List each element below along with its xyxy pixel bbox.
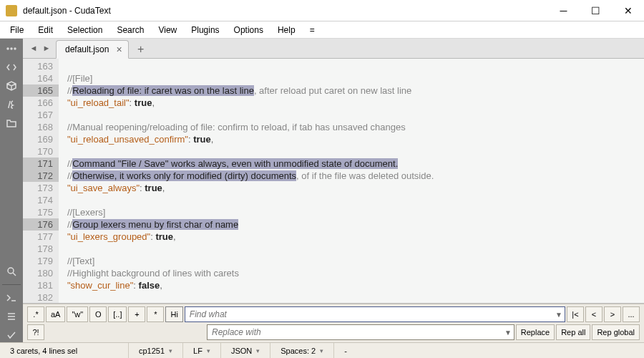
code-line: //Group lexers menu by first char of nam…	[67, 218, 644, 231]
tab-close-icon[interactable]: ×	[116, 44, 122, 55]
line-number[interactable]: 172	[23, 170, 59, 182]
app-icon	[6, 5, 17, 16]
find-opt-[interactable]: [..]	[108, 306, 127, 322]
box-icon[interactable]	[4, 79, 19, 93]
line-number[interactable]: 171	[23, 158, 59, 170]
line-number[interactable]: 178	[23, 243, 59, 255]
tab-bar: ◄ ► default.json × +	[23, 39, 644, 59]
minimize-button[interactable]: ─	[547, 0, 580, 21]
list-icon[interactable]	[4, 309, 19, 324]
svg-point-0	[7, 48, 9, 49]
find-bar: .*aA"w"O[..]+*Hi▼|<<>... ?!▼ReplaceRep a…	[23, 304, 644, 342]
code-line: //Reloading of file: if caret was on the…	[67, 84, 644, 97]
code-line: //Otherwise, it works only for modified …	[67, 170, 644, 182]
code-line: //[Lexers]	[67, 206, 644, 218]
line-number[interactable]: 182	[23, 291, 59, 304]
menu-selection[interactable]: Selection	[60, 23, 109, 37]
code-line: //Command "File / Save" works always, ev…	[67, 158, 644, 170]
replace-replace[interactable]: Replace	[516, 324, 555, 340]
line-number[interactable]: 175	[23, 206, 59, 218]
code-area[interactable]: //[File]//Reloading of file: if caret wa…	[59, 59, 644, 303]
status-bar: 3 carets, 4 lines sel cp1251 LF JSON Spa…	[0, 342, 644, 358]
line-number[interactable]: 166	[23, 97, 59, 109]
replace-input[interactable]	[207, 324, 514, 340]
line-number[interactable]: 168	[23, 121, 59, 133]
tab-next-icon[interactable]: ►	[40, 41, 53, 55]
find-opt-aa[interactable]: aA	[46, 306, 65, 322]
code-line: //Highlight background of lines with car…	[67, 267, 644, 279]
gutter: 1631641651661671681691701711721731741751…	[23, 59, 59, 303]
svg-point-3	[8, 268, 14, 274]
window-title: default.json - CudaText	[23, 6, 547, 16]
svg-point-1	[11, 48, 12, 49]
code-line: //Manual reopening/reloading of file: co…	[67, 121, 644, 133]
terminal-icon[interactable]	[4, 291, 19, 305]
line-number[interactable]: 181	[23, 279, 59, 291]
line-number[interactable]: 177	[23, 231, 59, 243]
menu-icon[interactable]	[4, 42, 19, 56]
tab-default-json[interactable]: default.json ×	[56, 40, 129, 59]
line-number[interactable]: 163	[23, 60, 59, 72]
line-number[interactable]: 173	[23, 182, 59, 194]
line-number[interactable]: 180	[23, 267, 59, 279]
find-opt-[interactable]: +	[128, 306, 145, 322]
code-line: "show_cur_line": false,	[67, 279, 644, 291]
status-lineend[interactable]: LF	[183, 343, 221, 358]
replace-rep-global[interactable]: Rep global	[592, 324, 640, 340]
menu-plugins[interactable]: Plugins	[184, 23, 226, 37]
menu-=[interactable]: =	[303, 23, 322, 37]
line-number[interactable]: 174	[23, 194, 59, 206]
status-selection[interactable]: 3 carets, 4 lines sel	[0, 343, 129, 358]
folder-icon[interactable]	[4, 116, 19, 130]
check-icon[interactable]	[4, 328, 19, 342]
tab-label: default.json	[65, 44, 109, 54]
find-nav-<[interactable]: <	[585, 306, 602, 322]
menu-help[interactable]: Help	[270, 23, 303, 37]
code-line	[67, 109, 644, 121]
find-help-button[interactable]: ?!	[27, 324, 44, 340]
replace-history-icon[interactable]: ▼	[504, 329, 512, 337]
menu-bar: FileEditSelectionSearchViewPluginsOption…	[0, 21, 644, 39]
line-number[interactable]: 179	[23, 255, 59, 267]
line-number[interactable]: 167	[23, 109, 59, 121]
line-number[interactable]: 170	[23, 145, 59, 158]
find-opt-o[interactable]: O	[89, 306, 107, 322]
find-opt-w[interactable]: "w"	[67, 306, 88, 322]
menu-file[interactable]: File	[3, 23, 31, 37]
status-encoding[interactable]: cp1251	[129, 343, 183, 358]
menu-view[interactable]: View	[151, 23, 184, 37]
find-history-icon[interactable]: ▼	[555, 311, 562, 319]
status-spaces[interactable]: Spaces: 2	[270, 343, 334, 358]
line-number[interactable]: 169	[23, 133, 59, 145]
search-icon[interactable]	[4, 264, 19, 279]
menu-options[interactable]: Options	[227, 23, 270, 37]
code-line: "ui_lexers_grouped": true,	[67, 231, 644, 243]
code-line	[67, 60, 644, 72]
maximize-button[interactable]: ☐	[580, 0, 612, 21]
svg-point-2	[14, 48, 16, 49]
code-line: "ui_save_always": true,	[67, 182, 644, 194]
code-line: //[File]	[67, 72, 644, 84]
delta-icon[interactable]	[4, 97, 19, 112]
menu-search[interactable]: Search	[109, 23, 151, 37]
find-nav->[interactable]: >	[604, 306, 621, 322]
tab-prev-icon[interactable]: ◄	[27, 41, 40, 55]
close-button[interactable]: ✕	[612, 0, 644, 21]
line-number[interactable]: 176	[23, 218, 59, 231]
find-opt-[interactable]: *	[147, 306, 164, 322]
code-icon[interactable]	[4, 60, 19, 74]
line-number[interactable]: 164	[23, 72, 59, 84]
new-tab-button[interactable]: +	[132, 41, 150, 58]
editor[interactable]: 1631641651661671681691701711721731741751…	[23, 59, 644, 304]
find-nav-...[interactable]: ...	[623, 306, 640, 322]
find-opt-hi[interactable]: Hi	[165, 306, 182, 322]
find-nav-|<[interactable]: |<	[567, 306, 584, 322]
find-input[interactable]	[185, 306, 565, 322]
code-line: "ui_reload_unsaved_confirm": true,	[67, 133, 644, 145]
status-lexer[interactable]: JSON	[221, 343, 270, 358]
menu-edit[interactable]: Edit	[31, 23, 60, 37]
replace-rep-all[interactable]: Rep all	[556, 324, 590, 340]
line-number[interactable]: 165	[23, 84, 59, 97]
find-opt-[interactable]: .*	[27, 306, 44, 322]
code-line	[67, 194, 644, 206]
